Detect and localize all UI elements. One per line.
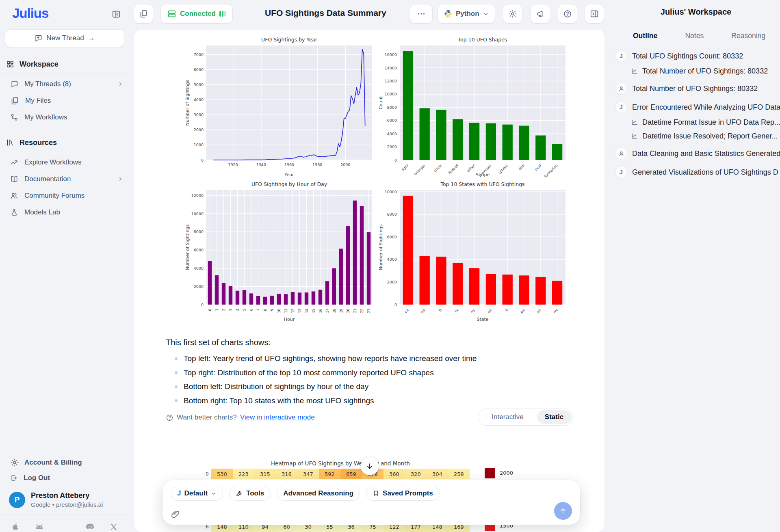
model-label: Default — [184, 489, 208, 497]
tab-reasoning[interactable]: Reasoning — [731, 32, 765, 43]
svg-text:ny: ny — [470, 308, 476, 314]
panel-left-icon — [112, 10, 121, 19]
more-options-button[interactable] — [410, 4, 432, 23]
people-icon — [10, 192, 18, 200]
sidebar-item-community-forums[interactable]: Community Forums — [0, 187, 129, 204]
svg-text:4000: 4000 — [387, 257, 397, 262]
connected-label: Connected — [180, 10, 216, 18]
announcements-button[interactable] — [531, 4, 550, 23]
julius-logo[interactable]: Julius — [12, 6, 48, 21]
svg-text:4000: 4000 — [387, 132, 397, 136]
outline-item[interactable]: JError Encountered While Analyzing UFO D… — [612, 100, 780, 114]
sidebar-item-my-files[interactable]: My Files — [0, 92, 129, 109]
outline-item[interactable]: Total Number of UFO Sightings: 80332 — [612, 82, 780, 95]
profile[interactable]: P Preston Attebery Google • preston@juli… — [0, 486, 129, 508]
svg-text:3: 3 — [229, 309, 233, 311]
workspace-panel-title: Julius' Workspace — [612, 7, 780, 17]
outline-item[interactable]: Data Cleaning and Basic Statistics Gener… — [612, 147, 780, 160]
sidebar-item-documentation[interactable]: Documentation — [0, 171, 129, 187]
svg-text:10000: 10000 — [191, 212, 204, 216]
svg-text:Number of Sightings: Number of Sightings — [185, 80, 190, 125]
apple-icon[interactable] — [11, 522, 20, 532]
heatmap-row: 530223315316347592659578360320304258 — [211, 469, 470, 479]
collapse-right-panel-button[interactable] — [585, 4, 604, 23]
bullet-item: Bottom right: Top 10 states with the mos… — [166, 394, 477, 408]
tab-notes[interactable]: Notes — [685, 32, 704, 43]
sidebar-item-models-lab[interactable]: Models Lab — [0, 204, 129, 221]
saved-prompts-button[interactable]: Saved Prompts — [366, 486, 440, 501]
discord-icon[interactable] — [85, 521, 95, 532]
heatmap-cell: 659 — [340, 469, 362, 479]
x-logo-icon[interactable] — [109, 523, 118, 531]
python-icon — [444, 9, 453, 18]
sidebar-item-explore-workflows[interactable]: Explore Workflows — [0, 154, 129, 171]
outline-subitem[interactable]: Datetime Format Issue in UFO Data Rep... — [612, 117, 780, 128]
attach-file-button[interactable] — [171, 509, 180, 519]
svg-text:formation: formation — [544, 163, 559, 178]
model-select[interactable]: J Default — [171, 486, 223, 501]
message-bullets: Top left: Yearly trend of UFO sightings,… — [166, 352, 477, 408]
outline-item[interactable]: JGenerated Visualizations of UFO Sightin… — [612, 165, 780, 179]
help-icon — [563, 9, 572, 18]
send-button[interactable] — [554, 502, 572, 520]
scroll-to-bottom-button[interactable] — [361, 457, 379, 475]
tools-button[interactable]: Tools — [229, 486, 271, 501]
sidebar-footer: Account & BillingLog Out P Preston Atteb… — [0, 455, 129, 532]
advanced-reasoning-label: Advanced Reasoning — [283, 489, 353, 497]
svg-text:7: 7 — [256, 309, 260, 311]
julius-avatar: J — [615, 101, 627, 113]
new-thread-button[interactable]: New Thread → — [5, 29, 124, 47]
heatmap-cell: 530 — [211, 469, 233, 479]
svg-text:0: 0 — [394, 158, 397, 162]
heatmap-cell: 304 — [427, 469, 448, 479]
sidebar-item-my-workflows[interactable]: My Workflows — [0, 109, 129, 125]
outline-item[interactable]: JTotal UFO Sightings Count: 80332 — [612, 49, 780, 63]
heatmap-row-label: 0 — [206, 471, 209, 477]
wrench-icon — [236, 490, 243, 497]
svg-text:10000: 10000 — [385, 190, 397, 194]
tab-outline[interactable]: Outline — [633, 32, 657, 43]
message-input[interactable] — [185, 504, 548, 518]
svg-text:12000: 12000 — [191, 193, 204, 198]
interactive-mode-link[interactable]: View in interactive mode — [240, 413, 315, 422]
saved-prompts-label: Saved Prompts — [383, 489, 433, 497]
language-label: Python — [456, 10, 479, 18]
message-intro: This first set of charts shows: — [166, 338, 271, 347]
help-button[interactable] — [558, 4, 577, 23]
svg-text:0: 0 — [394, 303, 397, 307]
svg-text:1: 1 — [215, 309, 219, 311]
svg-text:il: il — [505, 308, 509, 312]
svg-text:UFO Sightings by Year: UFO Sightings by Year — [261, 37, 318, 43]
copy-thread-button[interactable] — [134, 4, 153, 23]
settings-button[interactable] — [503, 4, 522, 23]
svg-text:22: 22 — [360, 309, 364, 313]
svg-text:16: 16 — [318, 309, 323, 313]
connected-status[interactable]: Connected — [161, 4, 232, 23]
profile-email: Google • preston@julius.ai — [31, 501, 103, 508]
svg-text:mi: mi — [552, 308, 559, 314]
advanced-reasoning-button[interactable]: Advanced Reasoning — [277, 486, 360, 501]
chart-mode-toggle: Interactive Static — [478, 409, 573, 426]
toggle-static[interactable]: Static — [537, 410, 571, 424]
sidebar-item-account-billing[interactable]: Account & Billing — [0, 455, 129, 470]
svg-text:Top 10 UFO Shapes: Top 10 UFO Shapes — [458, 37, 507, 43]
svg-text:10: 10 — [277, 309, 281, 313]
toggle-interactive[interactable]: Interactive — [478, 413, 537, 421]
svg-text:az: az — [487, 308, 492, 314]
bullet-item: Bottom left: Distribution of sightings b… — [166, 380, 477, 394]
sidebar-item-my-threads-8-[interactable]: My Threads (8) — [0, 76, 129, 92]
svg-text:Hour: Hour — [284, 317, 295, 322]
chart-line-icon — [631, 119, 638, 126]
language-select[interactable]: Python — [438, 4, 495, 23]
user-avatar — [615, 147, 627, 160]
svg-text:5000: 5000 — [194, 82, 204, 87]
collapse-sidebar-icon[interactable] — [110, 9, 122, 20]
outline-subitem[interactable]: Datetime Issue Resolved; Report Gener... — [612, 130, 780, 142]
android-icon[interactable] — [34, 521, 45, 532]
svg-text:2000: 2000 — [387, 280, 397, 284]
outline-subitem[interactable]: Total Number of UFO Sightings: 80332 — [612, 65, 780, 77]
chevron-down-icon — [483, 11, 489, 17]
sidebar-item-log-out[interactable]: Log Out — [0, 470, 129, 486]
svg-text:circle: circle — [433, 163, 443, 173]
svg-text:17: 17 — [325, 309, 329, 313]
